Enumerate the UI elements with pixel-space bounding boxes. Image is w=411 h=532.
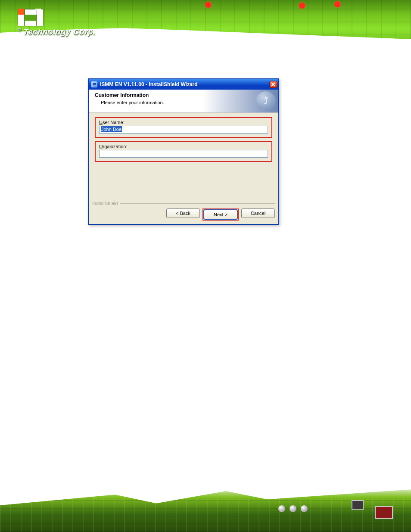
organization-field-group: Organization: — [95, 141, 272, 162]
logo-mark — [18, 9, 96, 26]
close-icon — [271, 82, 275, 87]
username-accel: U — [99, 120, 103, 125]
footer-rule — [120, 203, 275, 204]
capacitor-icon — [290, 505, 296, 512]
next-button[interactable]: Next > — [204, 210, 237, 219]
capacitor-icon — [301, 505, 308, 512]
cancel-button[interactable]: Cancel — [241, 208, 275, 218]
led-icon — [334, 1, 340, 7]
registered-icon: ® — [18, 28, 22, 32]
next-button-highlight: Next > — [202, 208, 239, 221]
chip-icon — [375, 506, 393, 519]
installer-badge-icon: ⤴ — [256, 91, 276, 110]
logo-dot-icon — [18, 9, 24, 15]
led-icon — [299, 3, 305, 9]
logo: ®Technology Corp. — [18, 9, 96, 37]
organization-accel: O — [99, 144, 103, 149]
dialog-header: Customer Information Please enter your i… — [89, 90, 278, 113]
chip-icon — [352, 500, 364, 510]
page-header-banner: ®Technology Corp. — [0, 0, 411, 48]
pcb-texture — [0, 498, 411, 532]
dialog-body: User Name: John Doe Organization: — [89, 113, 278, 162]
footer-brand: InstallShield — [92, 201, 275, 206]
page-footer-banner — [0, 485, 411, 532]
installshield-brand: InstallShield — [92, 201, 118, 206]
led-icon — [205, 2, 211, 8]
titlebar[interactable]: ⬒ iSMM EN V1.11.00 - InstallShield Wizar… — [89, 79, 278, 90]
username-label-rest: ser Name: — [103, 120, 125, 125]
organization-label: Organization: — [99, 144, 268, 149]
organization-input[interactable] — [99, 150, 268, 158]
username-field-group: User Name: John Doe — [95, 117, 272, 138]
logo-tagline-text: Technology Corp. — [23, 28, 96, 36]
organization-label-rest: rganization: — [103, 144, 128, 149]
window-title: iSMM EN V1.11.00 - InstallShield Wizard — [100, 81, 198, 87]
dialog-subtitle: Please enter your information. — [101, 100, 272, 105]
username-label: User Name: — [99, 120, 268, 125]
capacitor-icon — [278, 505, 285, 512]
back-button[interactable]: < Back — [166, 208, 200, 218]
button-row: < Back Next > Cancel — [92, 208, 275, 221]
logo-dot-icon — [35, 9, 41, 15]
username-input[interactable] — [99, 126, 268, 134]
dialog-footer: InstallShield < Back Next > Cancel — [92, 201, 275, 221]
installer-icon: ⬒ — [91, 81, 97, 87]
installshield-dialog: ⬒ iSMM EN V1.11.00 - InstallShield Wizar… — [88, 78, 279, 225]
close-button[interactable] — [269, 81, 277, 88]
dialog-title: Customer Information — [95, 92, 272, 98]
logo-tagline: ®Technology Corp. — [18, 28, 96, 37]
